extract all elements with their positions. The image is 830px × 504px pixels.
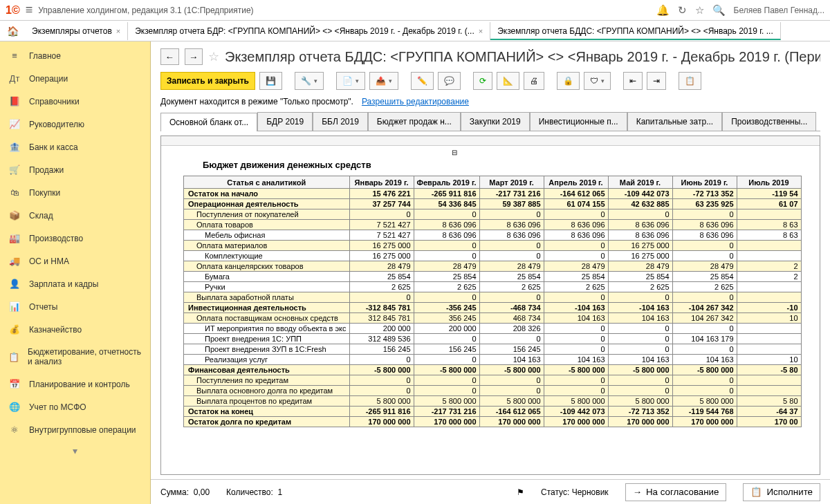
inner-tabs: Основной бланк от...БДР 2019ББЛ 2019Бюдж… [160, 112, 820, 131]
spreadsheet[interactable]: ⊟ Бюджет движения денежных средств Стать… [160, 136, 820, 475]
save-button[interactable]: 💾 [259, 72, 282, 90]
sidebar-item[interactable]: 🏭Производство [0, 227, 150, 250]
inner-tab[interactable]: БДР 2019 [257, 112, 313, 131]
table-row[interactable]: Оплата поставщикам основных средств312 8… [184, 313, 802, 324]
table-row[interactable]: Проект внедрения ЗУП в 1C:Fresh156 24515… [184, 344, 802, 355]
sidebar-icon: 📅 [8, 379, 21, 389]
approve-button[interactable]: →На согласование [625, 483, 727, 501]
sidebar-expand[interactable]: ▾ [0, 441, 150, 460]
sidebar-item[interactable]: 📊Отчеты [0, 295, 150, 318]
top-tab[interactable]: Экземпляр отчета БДДС: <ГРУППА КОМПАНИЙ>… [490, 22, 781, 40]
sidebar-icon: Дт [8, 73, 21, 84]
save-close-button[interactable]: Записать и закрыть [160, 72, 255, 90]
calc-button[interactable]: 📐 [497, 72, 519, 90]
comment-button[interactable]: 💬 [438, 72, 461, 90]
table-row[interactable]: Реализация услуг00104 163104 163104 1631… [184, 355, 802, 365]
sidebar-item[interactable]: ДтОперации [0, 67, 150, 90]
lock-button[interactable]: 🔒 [557, 72, 580, 90]
table-row[interactable]: Остаток долга по кредитам170 000 000170 … [184, 417, 802, 427]
clipboard-button[interactable]: 📋 [679, 72, 701, 90]
table-row[interactable]: Комплектующие16 275 00000016 275 0000 [184, 251, 802, 261]
sidebar-item[interactable]: 📈Руководителю [0, 113, 150, 136]
sidebar-item[interactable]: 🛒Продажи [0, 158, 150, 181]
collapse-all-icon[interactable]: ⊟ [452, 149, 457, 156]
inner-tab[interactable]: ББЛ 2019 [313, 112, 368, 131]
table-row[interactable]: Бумага25 85425 85425 85425 85425 85425 8… [184, 272, 802, 282]
table-row[interactable]: Поступления от покупателей000000 [184, 209, 802, 220]
export-button[interactable]: 📤 [369, 72, 398, 90]
table-row[interactable]: Финансовая деятельность-5 800 000-5 800 … [184, 365, 802, 375]
sidebar-item[interactable]: 🛍Покупки [0, 181, 150, 204]
table-row[interactable]: Проект внедрения 1С: УПП312 489 53600001… [184, 334, 802, 344]
copy-button[interactable]: 📄 [336, 72, 365, 90]
indent-out-button[interactable]: ⇤ [623, 72, 643, 90]
sidebar-icon: 💰 [8, 324, 21, 335]
inner-tab[interactable]: Закупки 2019 [461, 112, 530, 131]
table-row[interactable]: Остаток на конец-265 911 816-217 731 216… [184, 407, 802, 417]
nav-forward-button[interactable]: → [185, 48, 203, 65]
sidebar-icon: 🚚 [8, 256, 21, 266]
table-row[interactable]: Остаток на начало15 476 221-265 911 816-… [184, 189, 802, 199]
sidebar-icon: 📕 [8, 96, 21, 106]
sidebar-item[interactable]: 👤Зарплата и кадры [0, 272, 150, 295]
table-row[interactable]: Операционная деятельность37 257 74454 33… [184, 199, 802, 209]
indent-in-button[interactable]: ⇥ [647, 72, 666, 90]
sidebar-item[interactable]: 🌐Учет по МСФО [0, 395, 150, 418]
history-icon[interactable]: ↻ [678, 4, 687, 17]
allow-edit-link[interactable]: Разрешить редактирование [362, 97, 469, 106]
table-row[interactable]: Ручки2 6252 6252 6252 6252 6252 625 [184, 282, 802, 292]
star-icon[interactable]: ☆ [695, 4, 704, 17]
title-bar: 1© ≡ Управление холдингом, редакция 3.1 … [0, 0, 830, 21]
settings-button[interactable]: 🔧 [295, 72, 324, 90]
table-row[interactable]: Поступления по кредитам000000 [184, 375, 802, 386]
table-row[interactable]: Оплата товаров7 521 4278 636 0968 636 09… [184, 220, 802, 230]
sidebar-item[interactable]: ≡Главное [0, 44, 150, 67]
sheet-title: Бюджет движения денежных средств [161, 146, 820, 176]
status-bar: Сумма: 0,00 Количество: 1 ⚑ Статус: Черн… [151, 479, 830, 504]
close-icon[interactable]: × [116, 27, 120, 35]
home-tab[interactable]: 🏠 [0, 26, 25, 37]
app-title: Управление холдингом, редакция 3.1 (1С:П… [38, 6, 656, 15]
sidebar-item[interactable]: 📕Справочники [0, 90, 150, 113]
print-button[interactable]: 🖨 [524, 72, 544, 90]
table-row[interactable]: Инвестиционная деятельность-312 845 781-… [184, 303, 802, 313]
bell-icon[interactable]: 🔔 [656, 4, 670, 17]
inner-tab[interactable]: Инвестиционные п... [530, 112, 627, 131]
sidebar-item[interactable]: 📋Бюджетирование, отчетность и анализ [0, 341, 150, 373]
sidebar-item[interactable]: 📅Планирование и контроль [0, 373, 150, 395]
inner-tab[interactable]: Основной бланк от... [160, 113, 257, 131]
inner-tab[interactable]: Бюджет продаж н... [368, 112, 461, 131]
search-icon[interactable]: 🔍 [712, 4, 726, 17]
user-name[interactable]: Беляев Павел Геннад... [734, 6, 824, 15]
table-row[interactable]: Выплата заработной платы000000 [184, 292, 802, 303]
sidebar-icon: ⚛ [8, 424, 21, 435]
sidebar-item[interactable]: ⚛Внутригрупповые операции [0, 418, 150, 441]
sidebar-item[interactable]: 🏦Банк и касса [0, 136, 150, 158]
table-row[interactable]: Оплата канцелярских товаров28 47928 4792… [184, 261, 802, 272]
security-button[interactable]: 🛡 [584, 72, 611, 90]
top-tab[interactable]: Экземпляр отчета БДР: <ГРУППА КОМПАНИЙ> … [128, 22, 490, 40]
sidebar-item[interactable]: 📦Склад [0, 204, 150, 227]
table-row[interactable]: ИТ мероприятия по вводу объекта в экс200… [184, 324, 802, 334]
sidebar-item[interactable]: 💰Казначейство [0, 318, 150, 341]
table-row[interactable]: Мебель офисная7 521 4278 636 0968 636 09… [184, 230, 802, 241]
close-icon[interactable]: × [479, 27, 483, 35]
table-row[interactable]: Выплата основного долга по кредитам00000… [184, 386, 802, 396]
readonly-message: Документ находится в режиме "Только прос… [160, 97, 353, 106]
doc-title: Экземпляр отчета БДДС: <ГРУППА КОМПАНИЙ>… [225, 49, 820, 65]
sidebar-icon: 📊 [8, 301, 21, 312]
inner-tab[interactable]: Производственны... [722, 112, 816, 131]
table-row[interactable]: Оплата материалов16 275 00000016 275 000… [184, 241, 802, 251]
inner-tab[interactable]: Капитальные затр... [627, 112, 723, 131]
edit-button[interactable]: ✏️ [411, 72, 434, 90]
assignee-button[interactable]: 📋Исполните [743, 483, 820, 501]
top-tab[interactable]: Экземпляры отчетов× [25, 22, 128, 40]
refresh-button[interactable]: ⟳ [473, 72, 492, 90]
nav-back-button[interactable]: ← [160, 48, 179, 65]
favorite-star-icon[interactable]: ☆ [208, 49, 219, 64]
data-grid[interactable]: Статья с аналитикойЯнварь 2019 г.Февраль… [183, 176, 802, 427]
toolbar: Записать и закрыть 💾 🔧 📄 📤 ✏️ 💬 ⟳ 📐 🖨 🔒 … [151, 69, 830, 97]
menu-icon[interactable]: ≡ [26, 3, 33, 17]
sidebar-item[interactable]: 🚚ОС и НМА [0, 250, 150, 272]
table-row[interactable]: Выплата процентов по кредитам5 800 0005 … [184, 396, 802, 407]
